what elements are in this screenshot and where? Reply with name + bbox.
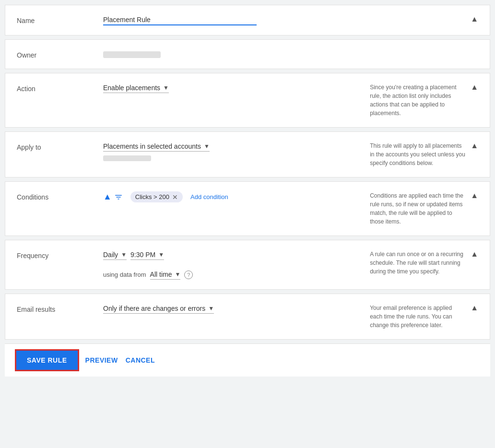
name-content [103,15,360,25]
conditions-collapse-icon[interactable]: ▲ [471,191,478,200]
time-value: 9:30 PM [130,251,155,259]
frequency-label: Frequency [17,250,103,259]
action-collapse-icon[interactable]: ▲ [471,83,478,92]
action-dropdown[interactable]: Enable placements ▼ [103,83,169,93]
data-from-dropdown[interactable]: All time ▼ [150,270,181,280]
apply-to-placeholder [103,155,151,161]
apply-to-dropdown[interactable]: Placements in selected accounts ▼ [103,141,210,152]
apply-to-section: Apply to Placements in selected accounts… [5,131,490,177]
email-results-content: Only if there are changes or errors ▼ [103,304,360,314]
name-collapse-icon[interactable]: ▲ [471,15,478,24]
action-dropdown-value: Enable placements [103,84,160,92]
email-results-arrow: ▼ [208,305,214,312]
add-condition-button[interactable]: Add condition [190,193,228,200]
frequency-section: Frequency Daily ▼ 9:30 PM ▼ using data f… [5,240,490,290]
frequency-dropdown[interactable]: Daily ▼ [103,250,127,260]
apply-to-dropdown-arrow: ▼ [204,143,210,150]
email-results-value: Only if there are changes or errors [103,305,205,312]
email-results-label: Email results [17,304,103,313]
data-from-value: All time [150,271,172,278]
preview-button[interactable]: PREVIEW [85,356,118,364]
frequency-dropdown-arrow: ▼ [121,251,127,258]
page-container: Name ▲ Owner Action Enable placements ▼ … [0,0,495,381]
time-dropdown-arrow: ▼ [158,251,164,258]
chip-label: Clicks > 200 [135,193,169,200]
save-rule-button[interactable]: SAVE RULE [16,351,78,370]
owner-section: Owner [5,39,490,69]
filter-icon: ▲ [103,192,123,202]
apply-to-hint: This rule will apply to all placements i… [360,141,466,167]
data-from-arrow: ▼ [175,271,181,278]
name-section: Name ▲ [5,5,490,35]
email-results-section: Email results Only if there are changes … [5,294,490,340]
frequency-hint: A rule can run once or on a recurring sc… [360,250,466,276]
owner-content [103,49,373,58]
email-results-collapse-icon[interactable]: ▲ [471,304,478,312]
data-from-row: using data from All time ▼ ? [103,270,360,280]
apply-to-label: Apply to [17,141,103,151]
action-dropdown-arrow: ▼ [163,84,169,91]
name-input[interactable] [103,15,257,25]
data-from-label: using data from [103,271,146,278]
apply-to-dropdown-value: Placements in selected accounts [103,142,201,150]
owner-label: Owner [17,49,103,59]
apply-to-content: Placements in selected accounts ▼ [103,141,360,161]
conditions-section: Conditions ▲ Clicks > 200 ✕ Add conditio… [5,181,490,236]
email-results-dropdown[interactable]: Only if there are changes or errors ▼ [103,304,214,314]
frequency-collapse-icon[interactable]: ▲ [471,250,478,259]
name-label: Name [17,15,103,24]
frequency-value: Daily [103,251,118,259]
action-section: Action Enable placements ▼ Since you're … [5,73,490,128]
frequency-row: Daily ▼ 9:30 PM ▼ [103,250,360,260]
cancel-button[interactable]: CANCEL [126,356,155,364]
frequency-content: Daily ▼ 9:30 PM ▼ using data from All ti… [103,250,360,280]
time-dropdown[interactable]: 9:30 PM ▼ [130,250,164,260]
footer-bar: SAVE RULE PREVIEW CANCEL [5,343,490,377]
conditions-label: Conditions [17,191,103,201]
apply-to-collapse-icon[interactable]: ▲ [471,141,478,150]
chip-remove-icon[interactable]: ✕ [172,194,178,200]
conditions-hint: Conditions are applied each time the rul… [360,191,466,226]
action-label: Action [17,83,103,93]
condition-chip: Clicks > 200 ✕ [130,191,183,202]
help-icon[interactable]: ? [184,271,193,279]
conditions-content: ▲ Clicks > 200 ✕ Add condition [103,191,360,202]
action-content: Enable placements ▼ [103,83,360,93]
action-hint: Since you're creating a placement rule, … [360,83,466,118]
email-results-hint: Your email preference is applied each ti… [360,304,466,330]
owner-placeholder [103,51,161,58]
